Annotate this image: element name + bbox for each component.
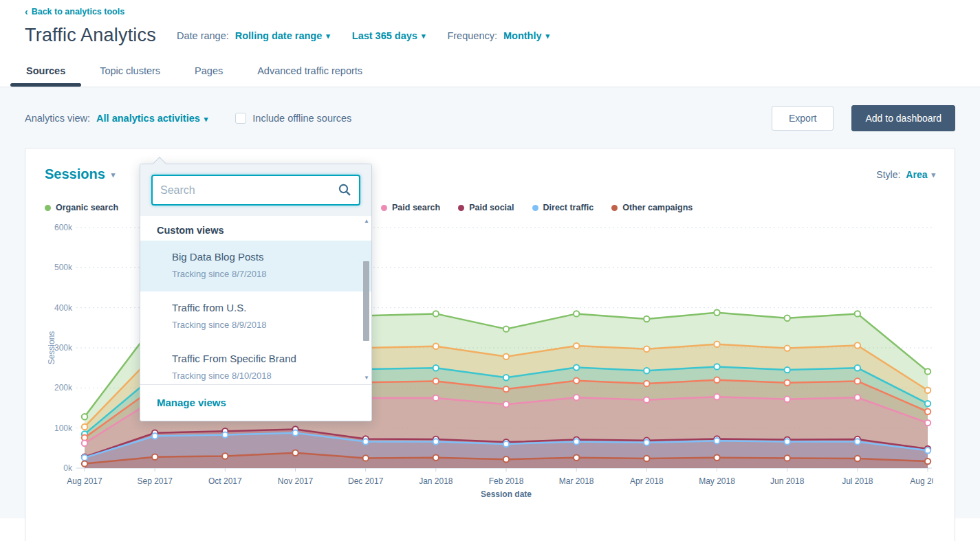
point-direct-traffic-jul-2018[interactable]	[855, 439, 860, 444]
point-unlabeled-coral-apr-2018[interactable]	[644, 381, 649, 386]
view-item-big-data-blog-posts[interactable]: Big Data Blog Posts Tracking since 8/7/2…	[140, 241, 371, 291]
point-unlabeled-coral-jul-2018[interactable]	[855, 378, 860, 384]
legend-item-organic-search[interactable]: Organic search	[45, 203, 118, 212]
point-direct-traffic-aug-2018[interactable]	[925, 448, 930, 453]
scrollbar-up-icon[interactable]: ▲	[364, 218, 369, 224]
point-other-campaigns-aug-2018[interactable]	[925, 459, 930, 464]
point-organic-search-aug-2018[interactable]	[925, 368, 930, 374]
analytics-view-dropdown[interactable]: All analytics activities ▾	[96, 113, 208, 124]
point-direct-traffic-mar-2018[interactable]	[574, 439, 579, 444]
point-direct-traffic-jun-2018[interactable]	[785, 439, 790, 444]
tab-topic-clusters[interactable]: Topic clusters	[98, 63, 162, 87]
point-direct-traffic-dec-2017[interactable]	[363, 439, 369, 444]
point-unlabeled-coral-mar-2018[interactable]	[574, 378, 579, 384]
point-direct-traffic-nov-2017[interactable]	[292, 430, 298, 436]
point-unlabeled-coral-aug-2018[interactable]	[925, 409, 930, 415]
point-paid-search-jun-2018[interactable]	[785, 397, 790, 402]
point-direct-traffic-aug-2017[interactable]	[82, 455, 87, 461]
chevron-down-icon: ▾	[326, 32, 330, 40]
export-button[interactable]: Export	[772, 106, 834, 131]
point-unlabeled-coral-feb-2018[interactable]	[503, 386, 509, 392]
point-paid-search-aug-2017[interactable]	[82, 441, 87, 446]
x-tick-label: Nov 2017	[278, 476, 314, 486]
point-other-campaigns-jun-2018[interactable]	[785, 455, 790, 461]
point-unlabeled-teal-feb-2018[interactable]	[503, 375, 509, 380]
point-unlabeled-teal-apr-2018[interactable]	[644, 368, 649, 373]
search-input[interactable]	[151, 175, 360, 206]
point-unlabeled-teal-jun-2018[interactable]	[785, 367, 790, 373]
tab-advanced-traffic-reports[interactable]: Advanced traffic reports	[256, 63, 364, 87]
point-other-campaigns-mar-2018[interactable]	[574, 455, 579, 461]
point-paid-search-mar-2018[interactable]	[574, 395, 579, 400]
point-direct-traffic-feb-2018[interactable]	[503, 441, 509, 447]
view-item-traffic-from-specific-brand[interactable]: Traffic From Specific Brand Tracking sin…	[140, 342, 371, 384]
point-paid-search-may-2018[interactable]	[714, 394, 719, 399]
point-organic-search-aug-2017[interactable]	[82, 414, 87, 419]
point-unlabeled-orange-aug-2018[interactable]	[925, 388, 930, 393]
point-direct-traffic-oct-2017[interactable]	[222, 432, 228, 437]
point-organic-search-apr-2018[interactable]	[644, 316, 649, 322]
point-organic-search-mar-2018[interactable]	[574, 311, 579, 316]
point-other-campaigns-oct-2017[interactable]	[222, 453, 228, 459]
point-organic-search-feb-2018[interactable]	[503, 326, 509, 331]
date-range-period-dropdown[interactable]: Last 365 days ▾	[352, 30, 426, 41]
point-other-campaigns-sep-2017[interactable]	[152, 454, 157, 460]
point-paid-search-aug-2018[interactable]	[925, 420, 930, 426]
include-offline-checkbox[interactable]	[235, 113, 246, 124]
point-other-campaigns-apr-2018[interactable]	[644, 456, 649, 461]
point-unlabeled-coral-jun-2018[interactable]	[785, 380, 790, 386]
metric-dropdown[interactable]: Sessions ▾	[45, 166, 115, 182]
point-direct-traffic-jan-2018[interactable]	[433, 439, 439, 444]
frequency-dropdown[interactable]: Monthly ▾	[503, 30, 549, 41]
point-organic-search-may-2018[interactable]	[714, 310, 719, 316]
point-unlabeled-coral-jan-2018[interactable]	[433, 378, 439, 384]
date-range-type-dropdown[interactable]: Rolling date range ▾	[235, 30, 330, 41]
point-paid-search-jan-2018[interactable]	[433, 395, 439, 401]
point-other-campaigns-aug-2017[interactable]	[82, 461, 87, 466]
point-unlabeled-orange-jun-2018[interactable]	[785, 345, 790, 351]
point-unlabeled-teal-jan-2018[interactable]	[433, 365, 439, 371]
add-to-dashboard-button[interactable]: Add to dashboard	[851, 105, 955, 131]
point-unlabeled-orange-mar-2018[interactable]	[574, 343, 579, 349]
point-direct-traffic-sep-2017[interactable]	[152, 433, 157, 439]
point-other-campaigns-may-2018[interactable]	[714, 455, 719, 461]
point-unlabeled-orange-apr-2018[interactable]	[644, 346, 649, 352]
scrollbar-thumb[interactable]	[363, 261, 369, 341]
point-unlabeled-coral-may-2018[interactable]	[714, 377, 719, 383]
tab-pages[interactable]: Pages	[193, 63, 224, 87]
point-organic-search-jun-2018[interactable]	[785, 316, 790, 321]
point-direct-traffic-apr-2018[interactable]	[644, 440, 649, 445]
legend-item-direct-traffic[interactable]: Direct traffic	[532, 203, 594, 212]
point-unlabeled-orange-jan-2018[interactable]	[433, 344, 439, 349]
point-unlabeled-teal-may-2018[interactable]	[714, 364, 719, 369]
tab-sources[interactable]: Sources	[25, 63, 67, 87]
point-organic-search-jul-2018[interactable]	[855, 311, 860, 316]
point-other-campaigns-jul-2018[interactable]	[855, 456, 860, 461]
point-unlabeled-teal-jul-2018[interactable]	[855, 365, 860, 371]
point-other-campaigns-nov-2017[interactable]	[292, 450, 298, 456]
point-unlabeled-orange-feb-2018[interactable]	[503, 354, 509, 360]
point-organic-search-jan-2018[interactable]	[433, 311, 439, 316]
point-unlabeled-teal-aug-2018[interactable]	[925, 401, 930, 406]
point-unlabeled-orange-aug-2017[interactable]	[82, 424, 87, 430]
legend-item-paid-social[interactable]: Paid social	[458, 203, 514, 212]
legend-item-paid-search[interactable]: Paid search	[381, 203, 440, 212]
point-unlabeled-teal-mar-2018[interactable]	[574, 364, 579, 370]
view-item-traffic-from-us[interactable]: Traffic from U.S. Tracking since 8/9/201…	[140, 291, 371, 342]
point-other-campaigns-dec-2017[interactable]	[363, 455, 369, 461]
point-other-campaigns-feb-2018[interactable]	[503, 456, 509, 462]
style-dropdown[interactable]: Area ▾	[906, 169, 935, 180]
point-paid-search-feb-2018[interactable]	[503, 401, 509, 407]
point-other-campaigns-jan-2018[interactable]	[433, 455, 439, 461]
manage-views-link[interactable]: Manage views	[157, 397, 226, 408]
scrollbar-down-icon[interactable]: ▼	[364, 375, 369, 381]
x-tick-label: Apr 2018	[630, 476, 664, 486]
back-link[interactable]: ‹ Back to analytics tools	[25, 7, 124, 16]
point-direct-traffic-may-2018[interactable]	[714, 438, 719, 443]
point-unlabeled-orange-jul-2018[interactable]	[855, 342, 860, 348]
legend-item-other-campaigns[interactable]: Other campaigns	[611, 203, 693, 212]
frequency-label: Frequency:	[447, 30, 497, 41]
point-paid-search-apr-2018[interactable]	[644, 397, 649, 403]
point-paid-search-jul-2018[interactable]	[855, 395, 860, 400]
point-unlabeled-orange-may-2018[interactable]	[714, 342, 719, 347]
